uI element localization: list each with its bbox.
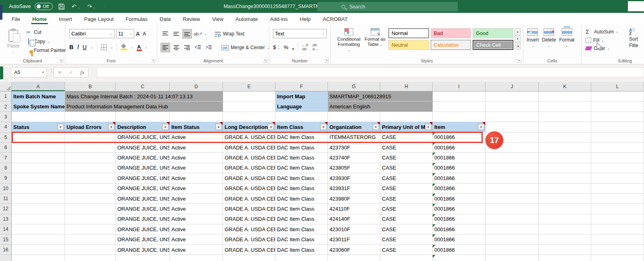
styles-gallery-more-icon[interactable]: ≡▾ — [515, 43, 521, 50]
cell-H5[interactable]: CASE — [380, 133, 433, 143]
cell-E13[interactable]: GRADE A. USDA CERTI — [223, 214, 275, 224]
cell-A13[interactable] — [12, 214, 65, 224]
cell-J2[interactable] — [486, 102, 539, 112]
borders-button[interactable] — [101, 44, 107, 50]
cell-C6[interactable]: ORANGE JUICE, UNSW — [116, 143, 170, 153]
cell-F8[interactable]: DAC Item Class — [275, 163, 328, 173]
row-header-3[interactable]: 3 — [0, 112, 12, 122]
cell-style-check-cell[interactable]: Check Cell — [473, 40, 513, 50]
cell-K15[interactable] — [539, 234, 591, 244]
column-header-K[interactable]: K — [539, 82, 591, 91]
cell-L9[interactable] — [591, 173, 644, 183]
number-dialog-launcher[interactable]: ↘ — [324, 58, 329, 63]
row-header-17[interactable] — [0, 255, 12, 261]
tab-home[interactable]: Home — [26, 13, 53, 25]
cell-A3[interactable] — [12, 112, 65, 122]
cell-B2[interactable]: Product Information Management Data Hub — [65, 102, 223, 112]
format-painter-button[interactable]: Format Painter — [25, 48, 66, 53]
search-bar[interactable] — [317, 2, 458, 11]
cell-K13[interactable] — [539, 214, 591, 224]
cell-I10[interactable]: 0001866 — [433, 184, 486, 194]
cell-K11[interactable] — [539, 194, 591, 204]
cell-F3[interactable] — [275, 112, 328, 122]
row-header-9[interactable]: 9 — [0, 173, 12, 183]
cell-J1[interactable] — [486, 91, 539, 102]
cell-style-neutral[interactable]: Neutral — [388, 40, 429, 50]
align-center-button[interactable] — [171, 43, 181, 52]
quick-access-toolbar-menu-icon[interactable]: ⌄ — [101, 5, 107, 8]
cell-E2[interactable] — [223, 102, 275, 112]
cell-A12[interactable] — [12, 204, 65, 214]
format-cells-button[interactable]: Format ⌄ — [559, 28, 575, 48]
cell-G12[interactable]: 424110F — [328, 204, 380, 214]
underline-dropdown-icon[interactable]: ⌄ — [90, 46, 93, 49]
cell-K8[interactable] — [539, 163, 591, 173]
autosum-button[interactable]: ΣAutoSum ⌄ — [586, 28, 619, 35]
column-header-J[interactable]: J — [486, 82, 539, 91]
italic-button[interactable]: I — [77, 44, 79, 50]
cell-K9[interactable] — [539, 173, 591, 183]
styles-dialog-launcher[interactable]: ↘ — [517, 58, 521, 63]
cell-B9[interactable] — [65, 173, 116, 183]
cell-A10[interactable] — [12, 184, 65, 194]
tab-insert[interactable]: Insert — [53, 13, 78, 25]
cell-C10[interactable]: ORANGE JUICE, UNSW — [116, 184, 170, 194]
cell-F1[interactable]: Import Map — [275, 91, 328, 102]
cell-K17[interactable] — [539, 255, 591, 261]
cell-L16[interactable] — [591, 245, 644, 255]
cell-E4[interactable]: Long Description▼ — [223, 122, 275, 132]
cell-B6[interactable] — [65, 143, 116, 153]
cell-F2[interactable]: Language — [275, 102, 328, 112]
cell-D12[interactable]: Active — [170, 204, 223, 214]
number-format-select[interactable]: Text⌄ — [273, 29, 327, 38]
cell-F16[interactable]: DAC Item Class — [275, 245, 328, 255]
redo-button[interactable]: ↷ ⌄ — [85, 3, 97, 10]
cell-A4[interactable]: Status▼ — [12, 122, 65, 132]
cell-E6[interactable]: GRADE A. USDA CERTI — [223, 143, 275, 153]
cell-A17[interactable] — [12, 255, 65, 261]
cell-D17[interactable] — [170, 255, 223, 261]
cell-I7[interactable]: 0001866 — [433, 153, 486, 163]
cell-E17[interactable] — [223, 255, 275, 261]
cell-style-normal[interactable]: Normal — [388, 28, 429, 38]
cell-J16[interactable] — [486, 245, 539, 255]
cell-B1[interactable]: Mass Change Internal Batch : 2024-01-11 … — [65, 91, 223, 102]
copy-button[interactable]: Copy ⌄ — [25, 39, 66, 44]
filter-button-A4[interactable]: ▼ — [57, 124, 64, 130]
cell-D11[interactable]: Active — [170, 194, 223, 204]
decrease-font-size-button[interactable]: Aˇ — [143, 31, 147, 37]
cell-G8[interactable]: 423805F — [328, 163, 380, 173]
cell-D15[interactable]: Active — [170, 234, 223, 244]
undo-button[interactable]: ↶ ⌄ — [70, 3, 82, 10]
cell-L7[interactable] — [591, 153, 644, 163]
cell-G5[interactable]: ITEMMASTERORG — [328, 133, 380, 143]
increase-font-size-button[interactable]: A^ — [136, 31, 141, 37]
row-header-14[interactable]: 14 — [0, 224, 12, 234]
tab-automate[interactable]: Automate — [229, 13, 264, 25]
cell-I6[interactable]: 0001866 — [433, 143, 486, 153]
cell-E7[interactable]: GRADE A. USDA CERTI — [223, 153, 275, 163]
cell-C5[interactable]: ORANGE JUICE, UNSW — [116, 133, 170, 143]
cell-D10[interactable]: Active — [170, 184, 223, 194]
row-header-10[interactable]: 10 — [0, 184, 12, 194]
cell-I9[interactable]: 0001866 — [433, 173, 486, 183]
sort-filter-button[interactable]: A▽Z Sort Filte — [629, 28, 638, 48]
column-header-C[interactable]: C — [116, 82, 170, 91]
cell-G13[interactable]: 424140F — [328, 214, 380, 224]
cell-K12[interactable] — [539, 204, 591, 214]
tab-add-ins[interactable]: Add-ins — [264, 13, 294, 25]
cell-I1[interactable] — [433, 91, 486, 102]
cell-L13[interactable] — [591, 214, 644, 224]
cell-B5[interactable] — [65, 133, 116, 143]
cell-C4[interactable]: Description▼ — [116, 122, 170, 132]
cell-K5[interactable] — [539, 133, 591, 143]
cell-G17[interactable] — [328, 255, 380, 261]
cell-style-calculation[interactable]: Calculation — [431, 40, 471, 50]
cell-H12[interactable]: CASE — [380, 204, 433, 214]
cell-G9[interactable]: 423930F — [328, 173, 380, 183]
cell-E15[interactable]: GRADE A. USDA CERTI — [223, 234, 275, 244]
row-header-15[interactable]: 15 — [0, 234, 12, 244]
row-header-2[interactable]: 2 — [0, 102, 12, 112]
cell-K14[interactable] — [539, 224, 591, 234]
cell-D7[interactable]: Active — [170, 153, 223, 163]
